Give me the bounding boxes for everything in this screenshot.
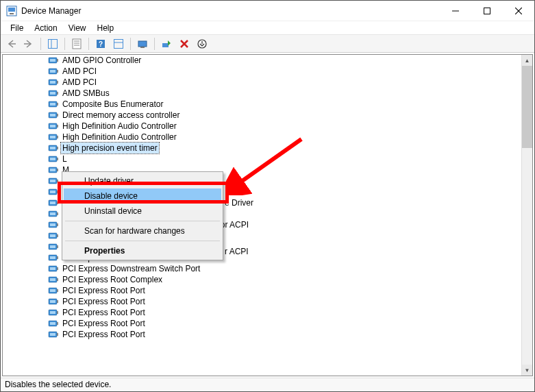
svg-rect-2: [10, 13, 14, 14]
svg-rect-44: [57, 136, 58, 138]
svg-rect-88: [50, 300, 55, 303]
vertical-scrollbar[interactable]: ▲ ▼: [521, 55, 532, 376]
enable-button[interactable]: [159, 36, 174, 51]
properties-button[interactable]: [69, 36, 84, 51]
device-label: PCI Express Root Port: [61, 285, 147, 296]
device-label: High precision event timer: [61, 143, 159, 154]
ctx-disable-device[interactable]: Disable device: [64, 188, 221, 204]
svg-rect-76: [50, 256, 55, 259]
svg-rect-94: [50, 322, 55, 325]
window-controls: [440, 1, 534, 21]
update-driver-button[interactable]: [195, 36, 210, 51]
device-icon: [48, 88, 59, 99]
device-item[interactable]: PCI Express Root Port: [3, 307, 521, 318]
device-item[interactable]: AMD GPIO Controller: [3, 55, 521, 66]
device-label: PCI Express Root Port: [61, 318, 147, 329]
close-button[interactable]: [503, 1, 534, 21]
svg-rect-62: [57, 201, 58, 204]
svg-rect-80: [57, 267, 58, 270]
svg-rect-85: [50, 289, 55, 292]
svg-rect-86: [57, 289, 58, 292]
maximize-button[interactable]: [471, 1, 503, 21]
device-icon: [48, 307, 59, 318]
svg-rect-95: [57, 322, 58, 325]
ctx-properties[interactable]: Properties: [64, 243, 221, 258]
menu-action[interactable]: Action: [29, 22, 62, 34]
obscured-text-driver: e Driver: [225, 198, 253, 208]
svg-rect-56: [57, 180, 58, 182]
svg-rect-65: [57, 212, 58, 215]
svg-rect-61: [50, 201, 55, 204]
help-button[interactable]: ?: [93, 36, 108, 51]
minimize-button[interactable]: [440, 1, 471, 21]
device-icon: [48, 132, 59, 143]
svg-rect-74: [57, 245, 58, 248]
svg-rect-35: [57, 103, 58, 106]
device-icon: [48, 77, 59, 88]
device-icon: [48, 252, 59, 263]
statusbar: Disables the selected device.: [1, 378, 534, 391]
device-item[interactable]: AMD PCI: [3, 66, 521, 77]
device-icon: [48, 219, 59, 230]
svg-rect-73: [50, 245, 55, 248]
device-label: High Definition Audio Controller: [61, 132, 178, 143]
scan-hardware-button[interactable]: [135, 36, 150, 51]
device-item[interactable]: L: [3, 154, 521, 164]
ctx-separator: [65, 241, 220, 241]
back-button[interactable]: [3, 36, 18, 51]
device-item[interactable]: PCI Express Root Complex: [3, 274, 521, 285]
device-icon: [48, 164, 59, 175]
menu-view[interactable]: View: [63, 22, 92, 34]
svg-rect-91: [50, 311, 55, 314]
menu-file[interactable]: File: [5, 22, 29, 34]
device-label: AMD PCI: [61, 66, 98, 77]
toolbar: ?: [1, 35, 534, 53]
scroll-thumb[interactable]: [522, 66, 532, 148]
action-button[interactable]: [111, 36, 126, 51]
scroll-down-button[interactable]: ▼: [522, 365, 532, 376]
device-icon: [48, 329, 59, 340]
svg-rect-82: [50, 278, 55, 281]
device-item[interactable]: PCI Express Root Port: [3, 296, 521, 307]
device-icon: [48, 274, 59, 285]
device-item[interactable]: Direct memory access controller: [3, 110, 521, 121]
device-item[interactable]: PCI Express Downstream Switch Port: [3, 263, 521, 274]
device-item[interactable]: High Definition Audio Controller: [3, 132, 521, 143]
svg-rect-40: [50, 125, 55, 127]
svg-rect-41: [57, 125, 58, 127]
svg-rect-31: [50, 92, 55, 95]
scroll-up-button[interactable]: ▲: [522, 55, 532, 66]
ctx-uninstall-device[interactable]: Uninstall device: [64, 204, 221, 219]
uninstall-button[interactable]: [177, 36, 192, 51]
svg-rect-83: [57, 278, 58, 281]
status-text: Disables the selected device.: [5, 380, 111, 389]
svg-rect-47: [57, 147, 58, 149]
device-item[interactable]: PCI Express Root Port: [3, 329, 521, 340]
device-label: AMD SMBus: [61, 88, 111, 99]
svg-rect-28: [50, 81, 55, 84]
device-icon: [48, 175, 59, 186]
device-item[interactable]: High precision event timer: [3, 143, 521, 154]
svg-rect-52: [50, 169, 55, 171]
device-item[interactable]: AMD SMBus: [3, 88, 521, 99]
device-icon: [48, 110, 59, 121]
svg-rect-7: [49, 39, 58, 48]
ctx-update-driver[interactable]: Update driver: [64, 173, 221, 188]
menubar: File Action View Help: [1, 21, 534, 35]
device-item[interactable]: PCI Express Root Port: [3, 318, 521, 329]
device-item[interactable]: PCI Express Root Port: [3, 285, 521, 296]
svg-rect-92: [57, 311, 58, 314]
menu-help[interactable]: Help: [92, 22, 120, 34]
device-item[interactable]: High Definition Audio Controller: [3, 121, 521, 132]
show-hide-tree-button[interactable]: [45, 36, 60, 51]
device-icon: [48, 99, 59, 110]
device-label: PCI Express Root Port: [61, 307, 147, 318]
device-icon: [48, 197, 59, 208]
svg-rect-9: [73, 39, 81, 49]
forward-button[interactable]: [21, 36, 36, 51]
titlebar: Device Manager: [1, 1, 534, 21]
device-item[interactable]: Composite Bus Enumerator: [3, 99, 521, 110]
ctx-scan-hardware[interactable]: Scan for hardware changes: [64, 223, 221, 238]
svg-rect-50: [57, 158, 58, 160]
device-item[interactable]: AMD PCI: [3, 77, 521, 88]
